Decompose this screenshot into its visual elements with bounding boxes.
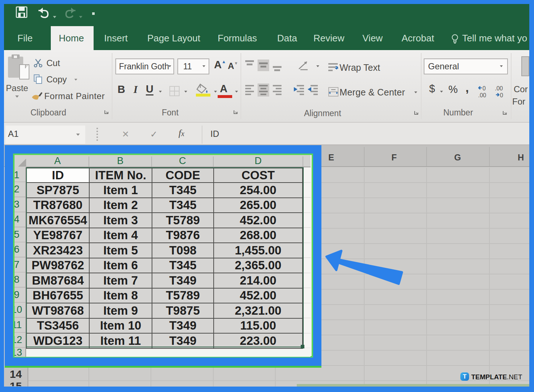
svg-text:0: 0 [482, 85, 486, 91]
svg-text:.00: .00 [478, 92, 486, 98]
svg-text:.00: .00 [495, 85, 503, 91]
svg-text:0: 0 [500, 92, 503, 98]
